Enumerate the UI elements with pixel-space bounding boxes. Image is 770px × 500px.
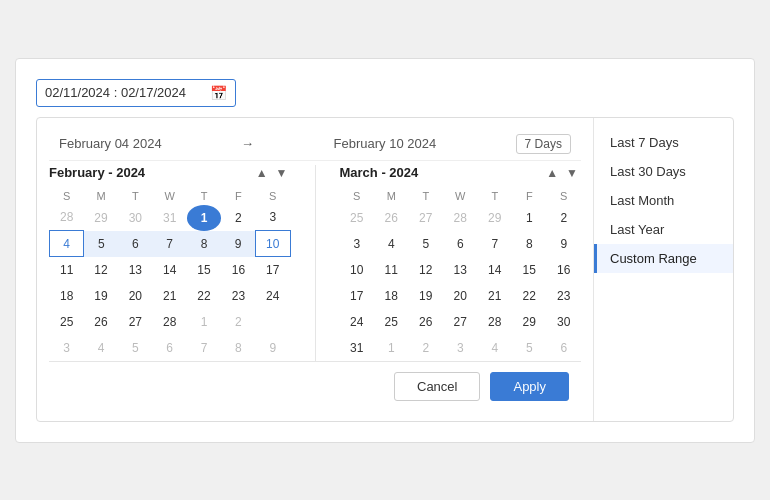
table-row[interactable]: 17 bbox=[256, 257, 290, 283]
table-row[interactable]: 14 bbox=[478, 257, 513, 283]
table-row[interactable]: 26 bbox=[84, 309, 118, 335]
table-row[interactable]: 8 bbox=[187, 231, 221, 257]
table-row[interactable]: 24 bbox=[340, 309, 375, 335]
table-row[interactable]: 19 bbox=[409, 283, 444, 309]
table-row[interactable]: 4 bbox=[478, 335, 513, 361]
table-row[interactable]: 20 bbox=[118, 283, 152, 309]
table-row[interactable]: 7 bbox=[478, 231, 513, 257]
table-row[interactable]: 9 bbox=[221, 231, 255, 257]
table-row[interactable]: 27 bbox=[409, 205, 444, 231]
table-row[interactable]: 1 bbox=[187, 205, 221, 231]
table-row[interactable]: 26 bbox=[374, 205, 409, 231]
table-row[interactable]: 4 bbox=[50, 231, 84, 257]
table-row[interactable]: 8 bbox=[221, 335, 255, 361]
table-row[interactable]: 20 bbox=[443, 283, 478, 309]
table-row[interactable]: 25 bbox=[340, 205, 375, 231]
left-next-button[interactable]: ▼ bbox=[273, 165, 291, 181]
table-row[interactable]: 5 bbox=[118, 335, 152, 361]
table-row[interactable]: 28 bbox=[153, 309, 187, 335]
sidebar-item-last30days[interactable]: Last 30 Days bbox=[594, 157, 733, 186]
table-row[interactable]: 22 bbox=[512, 283, 547, 309]
table-row[interactable]: 15 bbox=[512, 257, 547, 283]
table-row[interactable]: 15 bbox=[187, 257, 221, 283]
table-row[interactable]: 22 bbox=[187, 283, 221, 309]
table-row[interactable]: 16 bbox=[221, 257, 255, 283]
table-row[interactable]: 6 bbox=[153, 335, 187, 361]
table-row[interactable]: 3 bbox=[443, 335, 478, 361]
table-row[interactable]: 14 bbox=[153, 257, 187, 283]
table-row[interactable]: 10 bbox=[340, 257, 375, 283]
table-row[interactable]: 5 bbox=[409, 231, 444, 257]
table-row[interactable]: 7 bbox=[187, 335, 221, 361]
table-row[interactable]: 6 bbox=[547, 335, 582, 361]
table-row[interactable]: 28 bbox=[478, 309, 513, 335]
table-row[interactable]: 10 bbox=[256, 231, 290, 257]
table-row[interactable]: 23 bbox=[547, 283, 582, 309]
table-row[interactable]: 11 bbox=[50, 257, 84, 283]
table-row[interactable]: 27 bbox=[118, 309, 152, 335]
left-prev-button[interactable]: ▲ bbox=[253, 165, 271, 181]
sidebar-item-lastyear[interactable]: Last Year bbox=[594, 215, 733, 244]
table-row[interactable]: 25 bbox=[374, 309, 409, 335]
table-row[interactable]: 4 bbox=[374, 231, 409, 257]
table-row[interactable]: 16 bbox=[547, 257, 582, 283]
table-row[interactable]: 30 bbox=[118, 205, 152, 231]
table-row[interactable]: 31 bbox=[153, 205, 187, 231]
table-row[interactable]: 24 bbox=[256, 283, 290, 309]
table-row[interactable]: 29 bbox=[84, 205, 118, 231]
table-row[interactable]: 3 bbox=[340, 231, 375, 257]
table-row[interactable]: 17 bbox=[340, 283, 375, 309]
table-row[interactable]: 2 bbox=[547, 205, 582, 231]
table-row[interactable]: 2 bbox=[221, 309, 255, 335]
table-row[interactable]: 25 bbox=[50, 309, 84, 335]
table-row[interactable]: 23 bbox=[221, 283, 255, 309]
table-row[interactable]: 1 bbox=[512, 205, 547, 231]
calendar-divider bbox=[315, 165, 316, 361]
table-row[interactable]: 18 bbox=[50, 283, 84, 309]
to-date: February 10 2024 bbox=[334, 136, 437, 151]
table-row[interactable]: 6 bbox=[443, 231, 478, 257]
table-row[interactable]: 12 bbox=[409, 257, 444, 283]
table-row[interactable]: 13 bbox=[118, 257, 152, 283]
table-row[interactable]: 30 bbox=[547, 309, 582, 335]
table-row[interactable]: 7 bbox=[153, 231, 187, 257]
table-row[interactable]: 3 bbox=[256, 205, 290, 231]
table-row[interactable]: 1 bbox=[374, 335, 409, 361]
sidebar-item-lastmonth[interactable]: Last Month bbox=[594, 186, 733, 215]
table-row[interactable]: 21 bbox=[153, 283, 187, 309]
day-header-we: W bbox=[443, 187, 478, 205]
table-row[interactable]: 2 bbox=[221, 205, 255, 231]
table-row[interactable]: 21 bbox=[478, 283, 513, 309]
apply-button[interactable]: Apply bbox=[490, 372, 569, 401]
table-row[interactable]: 4 bbox=[84, 335, 118, 361]
table-row[interactable]: 12 bbox=[84, 257, 118, 283]
table-row[interactable]: 8 bbox=[512, 231, 547, 257]
table-row[interactable]: 11 bbox=[374, 257, 409, 283]
table-row[interactable]: 29 bbox=[478, 205, 513, 231]
table-row[interactable]: 2 bbox=[409, 335, 444, 361]
table-row[interactable]: 9 bbox=[256, 335, 290, 361]
table-row[interactable]: 31 bbox=[340, 335, 375, 361]
cancel-button[interactable]: Cancel bbox=[394, 372, 480, 401]
table-row[interactable]: 13 bbox=[443, 257, 478, 283]
table-row[interactable]: 28 bbox=[50, 205, 84, 231]
sidebar-item-last7days[interactable]: Last 7 Days bbox=[594, 128, 733, 157]
day-header-su: S bbox=[340, 187, 375, 205]
table-row[interactable]: 6 bbox=[118, 231, 152, 257]
date-range-input[interactable]: 02/11/2024 : 02/17/2024 📅 bbox=[36, 79, 236, 107]
table-row[interactable]: 3 bbox=[50, 335, 84, 361]
table-row[interactable]: 19 bbox=[84, 283, 118, 309]
table-row[interactable]: 5 bbox=[84, 231, 118, 257]
right-prev-button[interactable]: ▲ bbox=[543, 165, 561, 181]
table-row[interactable]: 28 bbox=[443, 205, 478, 231]
table-row[interactable]: 5 bbox=[512, 335, 547, 361]
right-next-button[interactable]: ▼ bbox=[563, 165, 581, 181]
day-header-su: S bbox=[50, 187, 84, 205]
table-row[interactable]: 18 bbox=[374, 283, 409, 309]
sidebar-item-customrange[interactable]: Custom Range bbox=[594, 244, 733, 273]
table-row[interactable]: 29 bbox=[512, 309, 547, 335]
table-row[interactable]: 27 bbox=[443, 309, 478, 335]
table-row[interactable]: 1 bbox=[187, 309, 221, 335]
table-row[interactable]: 9 bbox=[547, 231, 582, 257]
table-row[interactable]: 26 bbox=[409, 309, 444, 335]
